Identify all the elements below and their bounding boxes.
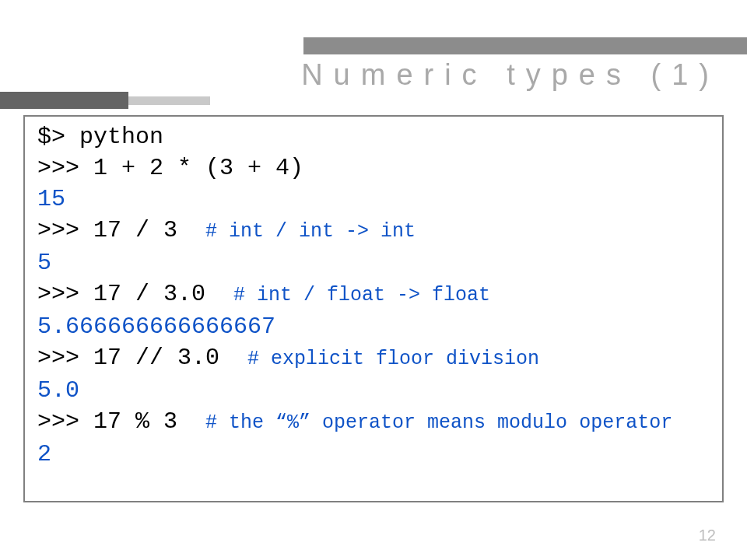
code-line-shell: $> python (37, 121, 710, 152)
code-comment: # int / int -> int (205, 220, 416, 243)
code-line-input: >>> 17 / 3.0 # int / float -> float (37, 278, 710, 311)
code-line-input: >>> 17 % 3 # the “%” operator means modu… (37, 406, 710, 439)
code-line-input: >>> 1 + 2 * (3 + 4) (37, 152, 710, 184)
code-text: >>> 17 / 3.0 (37, 281, 233, 307)
code-line-output: 5.666666666666667 (37, 311, 710, 342)
code-text: >>> 17 % 3 (37, 408, 205, 435)
code-line-input: >>> 17 / 3 # int / int -> int (37, 215, 710, 247)
code-line-output: 5.0 (37, 375, 710, 406)
code-block: $> python >>> 1 + 2 * (3 + 4) 15 >>> 17 … (23, 115, 724, 502)
decorative-top-strip (303, 37, 747, 54)
slide-title: Numeric types (1) (301, 58, 720, 92)
code-line-output: 5 (37, 247, 710, 278)
code-line-input: >>> 17 // 3.0 # explicit floor division (37, 342, 710, 375)
decorative-bar-dark (0, 92, 128, 109)
code-comment: # the “%” operator means modulo operator (205, 411, 672, 434)
code-comment: # int / float -> float (233, 284, 490, 306)
code-comment: # explicit floor division (247, 348, 539, 370)
page-number: 12 (699, 527, 716, 544)
code-line-output: 15 (37, 184, 710, 215)
code-line-output: 2 (37, 439, 710, 470)
code-text: >>> 17 // 3.0 (37, 345, 247, 371)
decorative-bar-light (128, 96, 210, 105)
code-text: >>> 17 / 3 (37, 217, 205, 243)
